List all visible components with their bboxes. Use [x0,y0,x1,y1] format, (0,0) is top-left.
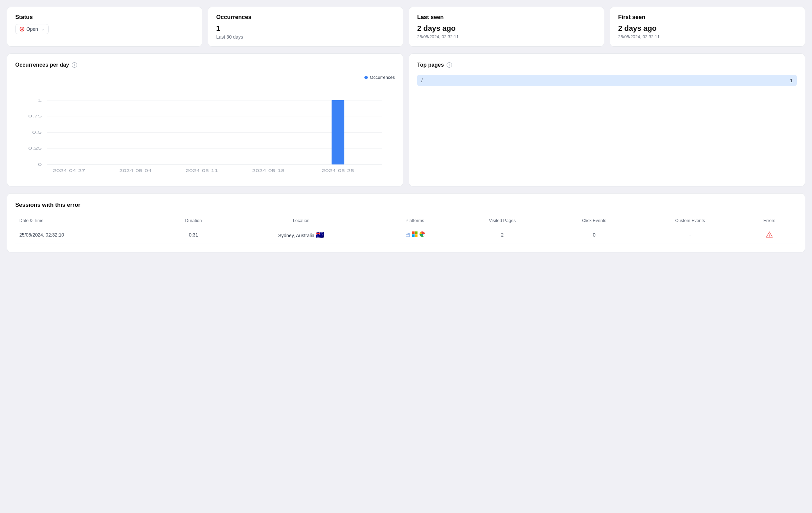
first-seen-value: 2 days ago [618,24,797,33]
svg-text:2024-05-18: 2024-05-18 [252,169,285,173]
col-errors: Errors [742,215,797,226]
sessions-table: Date & Time Duration Location Platforms … [15,215,797,244]
col-location: Location [227,215,375,226]
error-warning-icon: ! [766,231,773,238]
chrome-logo-icon [419,231,425,237]
status-badge-label: Open [26,26,38,32]
col-duration: Duration [160,215,227,226]
occurrences-chart-card: Occurrences per day i Occurrences 0 0.25… [7,53,403,186]
col-datetime: Date & Time [15,215,160,226]
svg-rect-16 [412,231,415,234]
col-platforms: Platforms [375,215,455,226]
first-seen-date: 25/05/2024, 02:32:11 [618,34,797,39]
last-seen-title: Last seen [417,14,596,21]
last-seen-date: 25/05/2024, 02:32:11 [417,34,596,39]
svg-text:!: ! [769,233,770,237]
sessions-header-row: Date & Time Duration Location Platforms … [15,215,797,226]
platform-icons: 🖥 [379,231,451,239]
legend-label: Occurrences [370,75,395,80]
svg-text:0.75: 0.75 [28,114,42,118]
svg-text:0: 0 [38,162,42,166]
cell-custom-events: - [638,226,742,244]
top-pages-title: Top pages [417,62,444,68]
occurrences-chart-title: Occurrences per day [15,62,69,68]
occurrences-card: Occurrences 1 Last 30 days [208,7,403,47]
col-visited-pages: Visited Pages [455,215,550,226]
sessions-card: Sessions with this error Date & Time Dur… [7,193,805,252]
cell-location: Sydney, Australia 🇦🇺 [227,226,375,244]
last-seen-value: 2 days ago [417,24,596,33]
top-pages-card: Top pages i / 1 [409,53,805,186]
col-custom-events: Custom Events [638,215,742,226]
sessions-table-head: Date & Time Duration Location Platforms … [15,215,797,226]
cell-errors: ! [742,226,797,244]
first-seen-title: First seen [618,14,797,21]
cell-duration: 0:31 [160,226,227,244]
svg-rect-15 [332,100,344,164]
cell-platforms: 🖥 [375,226,455,244]
chrome-icon [419,231,425,239]
chart-header: Occurrences per day i [15,62,395,68]
flag-icon: 🇦🇺 [316,231,324,239]
top-pages-info-icon[interactable]: i [447,62,452,68]
cell-datetime: 25/05/2024, 02:32:10 [15,226,160,244]
svg-text:0.25: 0.25 [28,146,42,150]
svg-text:0.5: 0.5 [32,130,42,134]
first-seen-card: First seen 2 days ago 25/05/2024, 02:32:… [610,7,805,47]
svg-rect-19 [415,234,418,237]
top-pages-header: Top pages i [417,62,797,68]
top-page-path: / [421,77,423,83]
svg-rect-18 [412,234,415,237]
cell-click-events: 0 [550,226,638,244]
status-badge[interactable]: Open ⌄ [15,24,49,34]
cell-visited-pages: 2 [455,226,550,244]
status-card: Status Open ⌄ [7,7,202,47]
info-icon[interactable]: i [72,62,77,68]
occurrences-value: 1 [216,24,395,33]
legend-dot [364,76,368,79]
desktop-icon: 🖥 [404,231,410,239]
chart-legend: Occurrences [15,75,395,80]
location-text: Sydney, Australia [278,233,316,238]
charts-row: Occurrences per day i Occurrences 0 0.25… [7,53,805,186]
status-open-icon [20,27,24,31]
sessions-title: Sessions with this error [15,202,797,208]
last-seen-card: Last seen 2 days ago 25/05/2024, 02:32:1… [409,7,604,47]
top-cards-row: Status Open ⌄ Occurrences 1 Last 30 days… [7,7,805,47]
top-pages-list: / 1 [417,75,797,86]
chart-area: 0 0.25 0.5 0.75 1 2024-04-27 2024-05-04 … [15,83,395,178]
occurrences-card-title: Occurrences [216,14,395,21]
warning-triangle-icon: ! [766,231,773,238]
svg-rect-17 [415,231,418,234]
svg-text:2024-05-25: 2024-05-25 [322,169,354,173]
table-row[interactable]: 25/05/2024, 02:32:10 0:31 Sydney, Austra… [15,226,797,244]
top-page-item: / 1 [417,75,797,86]
windows-logo-icon [412,231,418,237]
occurrences-sub: Last 30 days [216,34,395,40]
chart-svg: 0 0.25 0.5 0.75 1 2024-04-27 2024-05-04 … [15,83,395,178]
svg-text:1: 1 [38,98,42,102]
top-page-count: 1 [790,77,793,83]
status-card-title: Status [15,14,194,21]
svg-text:2024-05-11: 2024-05-11 [186,169,218,173]
svg-text:2024-04-27: 2024-04-27 [53,169,85,173]
chevron-down-icon: ⌄ [41,27,44,31]
sessions-table-body: 25/05/2024, 02:32:10 0:31 Sydney, Austra… [15,226,797,244]
col-click-events: Click Events [550,215,638,226]
svg-text:2024-05-04: 2024-05-04 [119,169,152,173]
windows-icon [412,231,418,239]
